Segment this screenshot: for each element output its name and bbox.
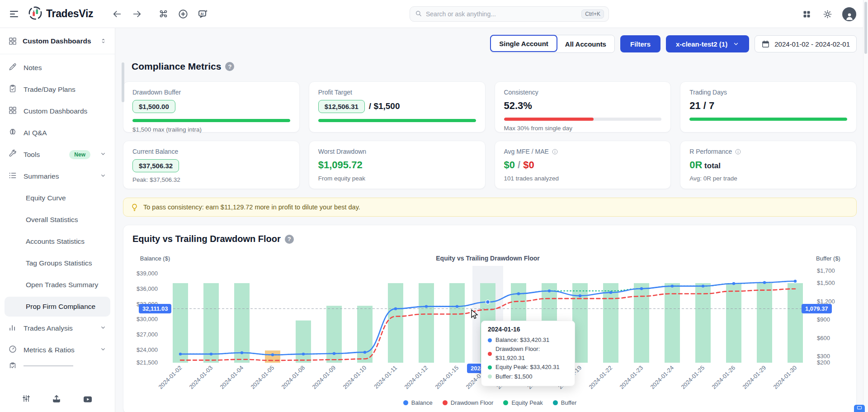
chart-bar[interactable] <box>296 321 311 363</box>
tooltip-row: Balance: $33,420.31 <box>488 336 568 345</box>
chart-point[interactable] <box>763 281 766 284</box>
sidebar-header-custom-dashboards[interactable]: Custom Dashboards <box>0 28 115 54</box>
command-icon[interactable] <box>157 8 169 20</box>
sidebar-item-notes[interactable]: Notes <box>0 57 115 79</box>
toolbar: Single AccountAll Accounts Filters x-cle… <box>115 35 857 52</box>
filters-button[interactable]: Filters <box>620 35 660 52</box>
chart-point[interactable] <box>394 307 397 310</box>
unfold-icon[interactable] <box>100 38 107 44</box>
chart-point[interactable] <box>456 305 458 308</box>
menu-toggle-icon[interactable] <box>10 11 19 17</box>
chart-bar[interactable] <box>665 283 680 363</box>
sidebar-item-trades-analysis[interactable]: Trades Analysis <box>0 317 115 339</box>
legend-item-equity-peak[interactable]: Equity Peak <box>503 399 542 406</box>
svg-text:$200: $200 <box>817 359 830 366</box>
chart-point[interactable] <box>302 353 305 355</box>
chart-help-icon[interactable]: ? <box>285 235 294 244</box>
chart-bar[interactable] <box>173 283 188 363</box>
sidebar-item-trade-day-plans[interactable]: Trade/Day Plans <box>0 79 115 100</box>
search-input[interactable] <box>426 10 578 18</box>
chart-bar[interactable] <box>634 283 649 363</box>
info-icon[interactable] <box>735 148 741 155</box>
chart-bar[interactable] <box>357 306 373 363</box>
chart-point[interactable] <box>425 305 428 308</box>
apps-grid-icon[interactable] <box>801 8 812 20</box>
forward-icon[interactable] <box>131 8 143 20</box>
chart-point[interactable] <box>609 291 612 294</box>
compliance-heading-row: Compliance Metrics ? <box>132 61 868 72</box>
content-scrollbar-thumb[interactable] <box>122 62 124 102</box>
chart-bar[interactable] <box>234 283 250 363</box>
ai-chat-icon[interactable]: AI <box>197 8 209 20</box>
chart-point[interactable] <box>517 292 520 295</box>
chevron-down-icon[interactable] <box>99 346 107 355</box>
card-label: Worst Drawdown <box>318 148 476 155</box>
chat-widget-button[interactable] <box>854 405 865 412</box>
chart-bar[interactable] <box>788 283 803 363</box>
help-icon[interactable]: ? <box>225 62 234 71</box>
chart-point[interactable] <box>579 294 581 297</box>
chart-point[interactable] <box>732 282 735 285</box>
chart-point[interactable] <box>794 280 797 283</box>
settings-sliders-icon[interactable] <box>22 394 31 407</box>
info-icon[interactable] <box>552 148 558 155</box>
sidebar-item-summaries[interactable]: Summaries <box>0 166 115 187</box>
sidebar-item-open-trades-summary[interactable]: Open Trades Summary <box>0 274 115 296</box>
chart-point[interactable] <box>210 353 212 355</box>
brand[interactable]: TradesViz <box>28 6 93 22</box>
progress-bar <box>132 119 290 122</box>
chart-point[interactable] <box>640 287 643 290</box>
chevron-down-icon[interactable] <box>99 172 107 181</box>
chart-point[interactable] <box>363 351 366 354</box>
metric-card-r-performance: R Performance0R totalAvg: 0R per trade <box>680 141 857 189</box>
avatar[interactable] <box>842 7 856 21</box>
brain-icon <box>8 128 17 138</box>
youtube-icon[interactable] <box>82 394 93 407</box>
chart-point[interactable] <box>179 353 182 355</box>
chart-point[interactable] <box>241 351 243 354</box>
tab-all-accounts[interactable]: All Accounts <box>557 35 614 52</box>
chevron-down-icon[interactable] <box>99 150 107 159</box>
sidebar-item-accounts-statistics[interactable]: Accounts Statistics <box>0 231 115 252</box>
main-content: Single AccountAll Accounts Filters x-cle… <box>115 28 868 412</box>
tab-single-account[interactable]: Single Account <box>490 35 557 52</box>
chart-point[interactable] <box>333 352 335 355</box>
sidebar-item-overall-statistics[interactable]: Overall Statistics <box>0 209 115 231</box>
theme-toggle-icon[interactable] <box>821 8 833 20</box>
date-range-picker[interactable]: 2024-01-02 - 2024-02-01 <box>755 35 857 52</box>
chart-point[interactable] <box>548 289 551 292</box>
back-icon[interactable] <box>111 8 123 20</box>
chart-bar[interactable] <box>757 283 772 363</box>
chevron-down-icon[interactable] <box>99 324 107 333</box>
legend-item-buffer[interactable]: Buffer <box>553 399 576 406</box>
chart-bar[interactable] <box>388 283 403 363</box>
account-dropdown[interactable]: x-clean-test2 (1) <box>666 35 749 52</box>
chart-bar[interactable] <box>449 283 465 363</box>
chart-bar[interactable] <box>726 283 741 363</box>
sidebar-item-tag-groups-statistics[interactable]: Tag Groups Statistics <box>0 252 115 274</box>
chart-point[interactable] <box>671 284 674 287</box>
sidebar-item-tools[interactable]: ToolsNew <box>0 144 115 166</box>
chart-bar[interactable] <box>695 283 711 363</box>
add-icon[interactable] <box>177 8 189 20</box>
upload-icon[interactable] <box>52 394 61 407</box>
legend-item-drawdown-floor[interactable]: Drawdown Floor <box>443 399 494 406</box>
chart-bar[interactable] <box>419 283 434 363</box>
sidebar-item-metrics-ratios[interactable]: Metrics & Ratios <box>0 339 115 361</box>
chart-point[interactable] <box>702 284 704 287</box>
chart-point[interactable] <box>271 353 274 356</box>
chart-point[interactable] <box>486 300 490 304</box>
svg-text:$30,000: $30,000 <box>137 316 158 322</box>
sidebar-item-custom-dashboards[interactable]: Custom Dashboards <box>0 100 115 122</box>
chart-bar[interactable] <box>203 283 219 363</box>
global-search[interactable]: Ctrl+K <box>410 6 609 22</box>
sidebar-item-equity-curve[interactable]: Equity Curve <box>0 187 115 209</box>
sidebar-nav: NotesTrade/Day PlansCustom DashboardsAI … <box>0 54 115 381</box>
clipboard-icon <box>8 84 17 95</box>
legend-item-balance[interactable]: Balance <box>403 399 433 406</box>
chart-bar[interactable] <box>603 283 618 363</box>
page-scrollbar[interactable] <box>863 0 868 412</box>
sidebar-item-prop-firm-compliance[interactable]: Prop Firm Compliance <box>5 297 110 317</box>
card-subtext: From equity peak <box>318 175 476 182</box>
sidebar-item-ai-q-a[interactable]: AI Q&A <box>0 122 115 144</box>
